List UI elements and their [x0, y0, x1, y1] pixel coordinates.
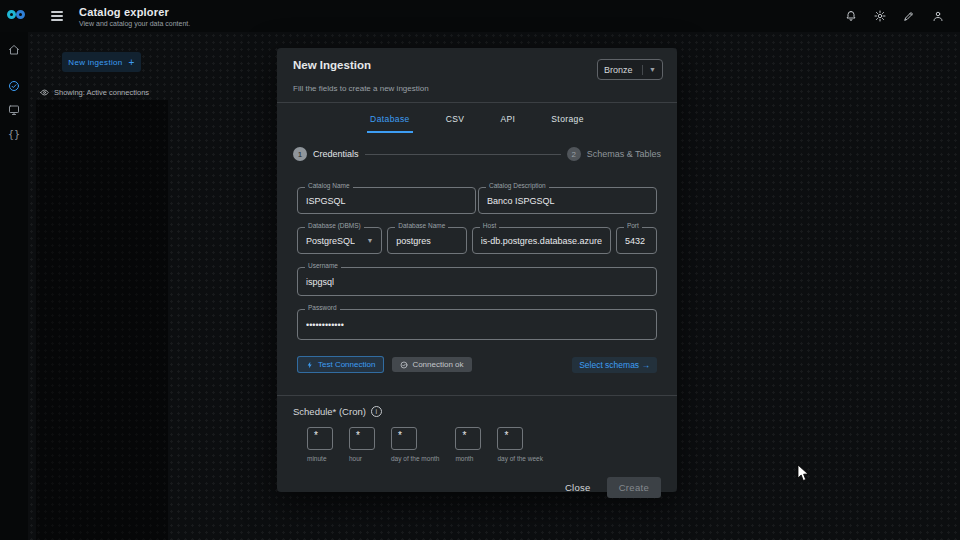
sidebar-item-monitor[interactable]	[0, 98, 28, 122]
catalog-description-field[interactable]: Catalog Description Banco ISPGSQL	[478, 187, 657, 214]
test-connection-label: Test Connection	[318, 360, 375, 369]
dialog-title: New Ingestion	[293, 59, 371, 71]
chevron-down-icon: ▼	[366, 237, 373, 244]
username-field[interactable]: Username ispgsql	[297, 267, 657, 296]
sidebar-item-code[interactable]: {}	[0, 122, 28, 146]
dbms-label: Database (DBMS)	[305, 223, 364, 230]
showing-filter: Showing: Active connections	[40, 88, 149, 97]
catalog-name-value: ISPGSQL	[306, 196, 346, 206]
new-ingestion-label: New ingestion	[68, 58, 122, 67]
cron-minute: * minute	[307, 427, 333, 462]
tier-select-value: Bronze	[604, 65, 633, 75]
app-topbar: Catalog explorer View and catalog your d…	[0, 0, 960, 32]
cron-day-of-week-label: day of the week	[497, 455, 543, 462]
test-connection-button[interactable]: Test Connection	[297, 356, 384, 373]
braces-icon: {}	[8, 129, 20, 140]
connections-list-panel	[36, 100, 168, 540]
step-2-label: Schemas & Tables	[587, 149, 661, 159]
source-type-tabs: Database CSV API Storage	[277, 111, 677, 133]
cron-minute-label: minute	[307, 455, 333, 462]
notifications-button[interactable]	[845, 10, 857, 22]
cron-day-of-month-label: day of the month	[391, 455, 439, 462]
port-field[interactable]: Port 5432	[616, 227, 657, 254]
sidebar-item-status[interactable]	[0, 74, 28, 98]
chevron-down-icon: ▼	[642, 65, 656, 75]
new-ingestion-button[interactable]: New ingestion +	[62, 52, 141, 72]
plus-icon: +	[129, 57, 135, 68]
dialog-footer: Close Create	[293, 477, 661, 498]
step-1-label: Credentials	[313, 149, 359, 159]
cron-inputs: * minute * hour * day of the month * mon…	[307, 427, 661, 462]
dbms-select[interactable]: Database (DBMS) PostgreSQL ▼	[297, 227, 382, 254]
user-icon	[932, 10, 944, 22]
schedule-section: Schedule* (Cron) i * minute * hour * day…	[277, 396, 677, 462]
cron-minute-field[interactable]: *	[307, 427, 333, 450]
catalog-name-label: Catalog Name	[305, 183, 353, 190]
cron-month: * month	[455, 427, 481, 462]
account-button[interactable]	[932, 10, 944, 22]
menu-button[interactable]	[51, 11, 63, 21]
tier-select[interactable]: Bronze ▼	[597, 59, 663, 80]
cron-day-of-month-field[interactable]: *	[391, 427, 417, 450]
tab-database[interactable]: Database	[367, 111, 413, 133]
topbar-actions	[845, 10, 944, 22]
cron-hour-label: hour	[349, 455, 375, 462]
gear-icon	[874, 10, 886, 22]
settings-button[interactable]	[874, 10, 886, 22]
page-title: Catalog explorer	[79, 6, 190, 18]
cron-hour: * hour	[349, 427, 375, 462]
step-2-circle: 2	[567, 147, 581, 161]
check-circle-icon	[400, 361, 408, 369]
create-button[interactable]: Create	[607, 477, 661, 498]
page-subtitle: View and catalog your data content.	[79, 20, 190, 27]
new-ingestion-dialog: New Ingestion Bronze ▼ Fill the fields t…	[277, 48, 677, 492]
monitor-icon	[8, 104, 20, 116]
theme-button[interactable]	[903, 10, 915, 22]
select-schemas-button[interactable]: Select schemas →	[572, 357, 657, 373]
title-block: Catalog explorer View and catalog your d…	[79, 6, 190, 27]
showing-label: Showing: Active connections	[54, 88, 149, 97]
bell-icon	[845, 10, 857, 22]
port-value: 5432	[625, 236, 645, 246]
password-field[interactable]: Password ••••••••••••	[297, 309, 657, 340]
password-value: ••••••••••••	[306, 320, 344, 330]
credentials-form: Catalog Name ISPGSQL Catalog Description…	[297, 187, 657, 340]
host-field[interactable]: Host is-db.postgres.database.azure	[472, 227, 611, 254]
step-1-circle: 1	[293, 147, 307, 161]
step-schemas-tables[interactable]: 2 Schemas & Tables	[567, 147, 661, 161]
cron-month-field[interactable]: *	[455, 427, 481, 450]
connection-ok-label: Connection ok	[412, 360, 463, 369]
mouse-cursor	[797, 464, 809, 482]
host-value: is-db.postgres.database.azure	[481, 236, 602, 246]
catalog-name-field[interactable]: Catalog Name ISPGSQL	[297, 187, 476, 214]
cron-day-of-month: * day of the month	[391, 427, 439, 462]
brush-icon	[903, 10, 915, 22]
dialog-header: New Ingestion Bronze ▼	[277, 48, 677, 80]
connection-ok-badge: Connection ok	[392, 357, 471, 372]
cron-day-of-week: * day of the week	[497, 427, 543, 462]
sidebar-item-home[interactable]	[0, 38, 28, 62]
schedule-title: Schedule* (Cron)	[293, 406, 366, 417]
password-label: Password	[305, 305, 340, 312]
header-divider	[277, 102, 677, 103]
cron-day-of-week-field[interactable]: *	[497, 427, 523, 450]
database-name-field[interactable]: Database Name postgres	[387, 227, 467, 254]
tab-csv[interactable]: CSV	[443, 111, 468, 133]
step-connector	[365, 154, 561, 155]
app-logo	[7, 9, 31, 24]
eye-icon	[40, 88, 49, 97]
port-label: Port	[624, 223, 642, 230]
dialog-subtitle: Fill the fields to create a new ingestio…	[293, 84, 677, 93]
icon-sidebar: {}	[0, 32, 28, 540]
stepper: 1 Credentials 2 Schemas & Tables	[293, 147, 661, 161]
bolt-icon	[306, 361, 314, 369]
database-name-value: postgres	[396, 236, 431, 246]
close-button[interactable]: Close	[565, 482, 591, 493]
info-icon[interactable]: i	[371, 406, 382, 417]
tab-api[interactable]: API	[497, 111, 518, 133]
catalog-description-label: Catalog Description	[486, 183, 549, 190]
cron-hour-field[interactable]: *	[349, 427, 375, 450]
check-circle-icon	[8, 80, 20, 92]
step-credentials[interactable]: 1 Credentials	[293, 147, 359, 161]
tab-storage[interactable]: Storage	[548, 111, 587, 133]
